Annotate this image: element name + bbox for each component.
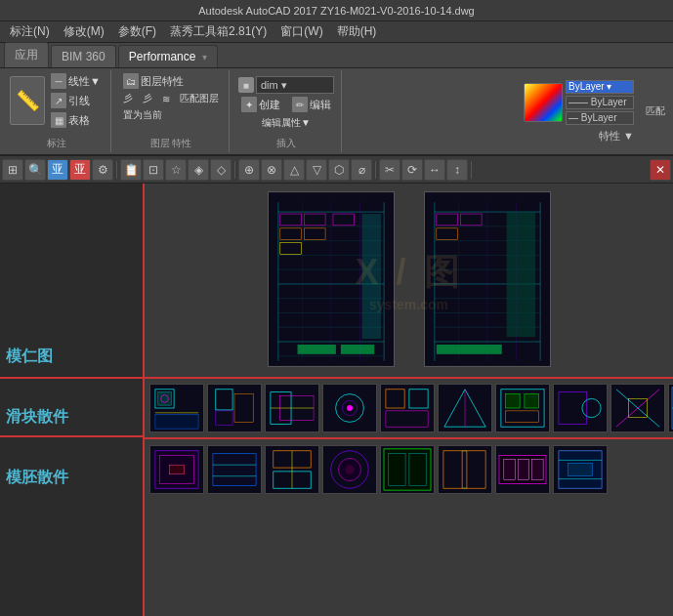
huakuai-thumb-4[interactable]	[322, 384, 377, 432]
linetype-bylayer[interactable]: —— ByLayer	[566, 96, 634, 109]
toolbar-sep-3	[375, 161, 376, 179]
tab-dropdown-icon[interactable]: ▾	[202, 52, 207, 62]
toolbar-icon-1[interactable]: ⊞	[2, 159, 23, 181]
left-panel: 模仁图 滑块散件 模胚散件	[0, 184, 145, 616]
mojia-thumb-8[interactable]	[553, 445, 608, 494]
toolbar-icon-4[interactable]: 亚	[69, 159, 91, 181]
color-bylayer[interactable]: ByLayer ▾	[566, 80, 634, 94]
svg-rect-49	[158, 392, 171, 405]
mojia-thumb-7[interactable]	[495, 445, 550, 494]
toolbar-icon-18[interactable]: ⟳	[401, 159, 423, 181]
create-icon: ✦	[241, 97, 257, 112]
ribbon: 📏 ─ 线性▼ ↗ 引线 ▦ 表格	[0, 68, 673, 156]
ribbon-btn-match-layer[interactable]: 匹配图层	[176, 91, 223, 106]
toolbar-icon-5[interactable]: ⚙	[92, 159, 113, 181]
huakuai-thumb-6[interactable]	[438, 384, 492, 432]
huakuai-thumb-2[interactable]	[207, 384, 262, 432]
menu-toolbox[interactable]: 蒸秀工具箱2.81(Y)	[164, 21, 273, 42]
dim-dropdown[interactable]: dim ▾	[256, 76, 334, 94]
lineweight-bylayer[interactable]: — ByLayer	[566, 111, 634, 125]
match-label: 匹配	[646, 104, 665, 118]
svg-rect-24	[340, 345, 373, 354]
linear-icon: ─	[51, 73, 66, 89]
drawing-thumb-2[interactable]	[424, 191, 551, 367]
ribbon-btn-leader[interactable]: ↗ 引线	[47, 92, 105, 109]
menu-canshu[interactable]: 参数(F)	[112, 21, 162, 42]
ribbon-btn-layer-a[interactable]: 彡	[119, 91, 137, 106]
huakuai-thumb-8[interactable]	[553, 384, 608, 432]
drawing-thumb-1[interactable]	[268, 191, 395, 367]
toolbar-sep-4	[471, 161, 472, 179]
toolbar-icon-15[interactable]: ⬡	[328, 159, 350, 181]
toolbar-sep-2	[234, 161, 235, 179]
huakuai-thumb-5[interactable]	[380, 384, 435, 432]
toolbar-close-icon[interactable]: ✕	[650, 159, 671, 181]
ribbon-btn-edit[interactable]: ✏ 编辑	[288, 96, 335, 113]
mojia-thumb-2[interactable]	[207, 445, 262, 494]
color-picker[interactable]	[524, 83, 563, 122]
svg-rect-116	[504, 459, 516, 479]
ribbon-btn-linear[interactable]: ─ 线性▼	[47, 72, 105, 90]
svg-rect-94	[213, 454, 256, 486]
toolbar-icon-17[interactable]: ✂	[379, 159, 400, 181]
toolbar-icon-6[interactable]: 📋	[120, 159, 142, 181]
annotation-big-icon[interactable]: 📏	[10, 76, 45, 125]
annotation-group-label: 标注	[47, 135, 66, 150]
ribbon-btn-create[interactable]: ✦ 创建	[237, 96, 284, 113]
tab-yingyong[interactable]: 应用	[4, 42, 49, 67]
mojia-label: 模胚散件	[6, 468, 68, 488]
toolbar-icon-11[interactable]: ⊕	[238, 159, 260, 181]
mojia-thumb-6[interactable]	[438, 445, 492, 494]
ribbon-btn-table[interactable]: ▦ 表格	[47, 111, 105, 129]
ribbon-group-annotation: 📏 ─ 线性▼ ↗ 引线 ▦ 表格	[4, 70, 111, 152]
toolbar-icon-7[interactable]: ⊡	[143, 159, 164, 181]
svg-rect-92	[169, 465, 184, 474]
svg-rect-72	[496, 385, 549, 431]
toolbar-icon-19[interactable]: ↔	[424, 159, 445, 181]
mojia-thumb-3[interactable]	[265, 445, 319, 494]
huakuai-thumb-3[interactable]	[265, 384, 319, 432]
svg-point-64	[347, 405, 353, 411]
toolbar-icon-2[interactable]: 🔍	[24, 159, 46, 181]
svg-rect-52	[155, 415, 198, 429]
mojia-thumb-5[interactable]	[380, 445, 435, 494]
ribbon-btn-edit-prop[interactable]: 编辑属性▼	[258, 115, 315, 131]
svg-rect-46	[436, 345, 501, 354]
toolbar-icon-12[interactable]: ⊗	[261, 159, 282, 181]
svg-rect-106	[384, 449, 431, 490]
menu-biaozu[interactable]: 标注(N)	[4, 21, 56, 42]
properties-label[interactable]: 特性 ▼	[524, 129, 634, 144]
ribbon-btn-layer-prop[interactable]: 🗂 图层特性	[119, 72, 223, 90]
menu-xiugai[interactable]: 修改(M)	[58, 21, 110, 42]
huakuai-thumb-7[interactable]	[495, 384, 550, 432]
svg-point-104	[345, 465, 355, 474]
toolbar-icon-8[interactable]: ☆	[165, 159, 187, 181]
edit-icon: ✏	[292, 97, 308, 112]
title-bar: Autodesk AutoCAD 2017 ZY16-M021-V0-2016-…	[0, 0, 673, 21]
mojia-thumb-1[interactable]	[149, 445, 204, 494]
toolbar-icon-16[interactable]: ⌀	[351, 159, 372, 181]
toolbar-icon-9[interactable]: ◈	[188, 159, 209, 181]
mojia-thumb-4[interactable]	[322, 445, 377, 494]
toolbar-icon-20[interactable]: ↕	[446, 159, 468, 181]
tab-bim360[interactable]: BIM 360	[51, 45, 116, 67]
drawings-section: X / 图 system.com	[145, 184, 673, 379]
match-group: 匹配	[642, 70, 669, 152]
toolbar-icon-3[interactable]: 亚	[47, 159, 68, 181]
toolbar-icon-13[interactable]: △	[283, 159, 305, 181]
huakuai-thumb-9[interactable]	[610, 384, 665, 432]
ribbon-btn-layer-c[interactable]: ≋	[158, 91, 174, 106]
muren-label: 模仁图	[6, 347, 53, 367]
leader-icon: ↗	[51, 93, 66, 108]
ribbon-btn-set-current[interactable]: 置为当前	[119, 107, 166, 123]
huakuai-thumb-10[interactable]	[668, 384, 673, 432]
toolbar-icon-14[interactable]: ▽	[306, 159, 327, 181]
title-text: Autodesk AutoCAD 2017 ZY16-M021-V0-2016-…	[198, 5, 475, 17]
huakuai-thumb-1[interactable]	[149, 384, 204, 432]
tab-performance[interactable]: Performance ▾	[118, 45, 218, 67]
menu-window[interactable]: 窗口(W)	[274, 21, 328, 42]
toolbar-icon-10[interactable]: ◇	[210, 159, 231, 181]
menu-help[interactable]: 帮助(H)	[331, 21, 383, 42]
ribbon-btn-layer-b[interactable]: 彡	[139, 91, 156, 106]
lineweight-bylayer-row: — ByLayer	[566, 111, 634, 125]
